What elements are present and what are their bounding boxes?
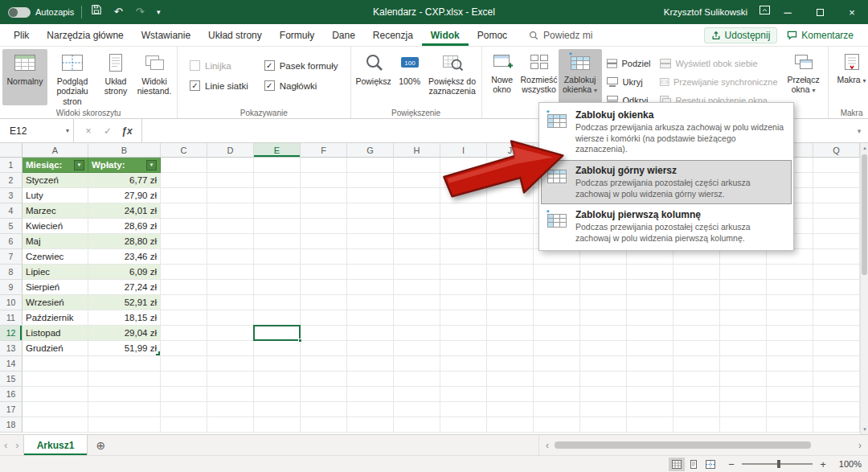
tell-me-box[interactable]: Powiedz mi — [529, 24, 592, 46]
tab-uklad-strony[interactable]: Układ strony — [199, 24, 271, 46]
select-all-corner[interactable] — [0, 143, 23, 158]
undo-icon[interactable]: ↶ — [111, 0, 125, 24]
gridlines-checkbox[interactable]: ✓ Linie siatki — [190, 80, 248, 91]
column-header-A[interactable]: A — [23, 143, 88, 158]
vertical-scroll-thumb[interactable] — [862, 154, 867, 275]
cell-I17[interactable] — [440, 402, 487, 417]
cell-J7[interactable] — [487, 249, 534, 265]
cell-E1[interactable] — [254, 158, 301, 173]
cell-C3[interactable] — [161, 188, 207, 203]
freeze-menu-item-2[interactable]: *Zablokuj górny wierszPodczas przewijani… — [541, 160, 792, 204]
cell-K8[interactable] — [534, 265, 580, 280]
cell-N17[interactable] — [674, 402, 720, 417]
cell-C1[interactable] — [161, 158, 207, 173]
cell-H7[interactable] — [394, 249, 440, 265]
cell-B1[interactable]: Wpłaty:▼ — [88, 158, 161, 173]
cell-B18[interactable] — [88, 417, 161, 433]
cell-O12[interactable] — [720, 326, 767, 341]
cell-J18[interactable] — [487, 417, 534, 433]
scroll-up-icon[interactable]: ▴ — [861, 145, 868, 151]
cell-G4[interactable] — [347, 203, 394, 219]
cell-H12[interactable] — [394, 326, 440, 341]
cell-M18[interactable] — [627, 417, 674, 433]
cell-Q18[interactable] — [813, 417, 860, 433]
cell-H6[interactable] — [394, 234, 440, 249]
cell-P11[interactable] — [767, 310, 813, 326]
tab-widok[interactable]: Widok — [422, 24, 469, 46]
cell-L13[interactable] — [580, 341, 627, 356]
formula-bar-checkbox[interactable]: ✓ Pasek formuły — [264, 60, 338, 71]
cell-E4[interactable] — [254, 203, 301, 219]
cell-I13[interactable] — [440, 341, 487, 356]
status-page-break-icon[interactable] — [702, 458, 719, 471]
cell-C17[interactable] — [161, 402, 207, 417]
cell-L10[interactable] — [580, 295, 627, 310]
cell-A12[interactable]: Listopad — [23, 326, 88, 341]
cell-Q1[interactable] — [813, 158, 860, 173]
cell-J16[interactable] — [487, 387, 534, 402]
cell-K14[interactable] — [534, 356, 580, 371]
name-box[interactable]: E12 ▾ — [0, 119, 74, 142]
save-icon[interactable] — [89, 0, 104, 24]
cell-G14[interactable] — [347, 356, 394, 371]
split-button[interactable]: Podziel — [602, 55, 655, 72]
cell-G9[interactable] — [347, 280, 394, 295]
cell-O16[interactable] — [720, 387, 767, 402]
cell-L15[interactable] — [580, 371, 627, 387]
cell-F4[interactable] — [301, 203, 347, 219]
cell-C14[interactable] — [161, 356, 207, 371]
cell-I6[interactable] — [440, 234, 487, 249]
cell-A9[interactable]: Sierpień — [23, 280, 88, 295]
cell-O13[interactable] — [720, 341, 767, 356]
page-break-preview-button[interactable]: Podgląd podziału stron — [47, 49, 97, 105]
cell-Q13[interactable] — [813, 341, 860, 356]
cell-Q17[interactable] — [813, 402, 860, 417]
cell-Q16[interactable] — [813, 387, 860, 402]
cell-F15[interactable] — [301, 371, 347, 387]
cell-O15[interactable] — [720, 371, 767, 387]
ribbon-display-options-icon[interactable] — [757, 0, 772, 24]
cell-F11[interactable] — [301, 310, 347, 326]
status-normal-view-icon[interactable] — [669, 458, 685, 471]
cell-B16[interactable] — [88, 387, 161, 402]
cell-O7[interactable] — [720, 249, 767, 265]
row-header-12[interactable]: 12 — [0, 326, 23, 341]
cell-I16[interactable] — [440, 387, 487, 402]
cell-P10[interactable] — [767, 295, 813, 310]
cell-J11[interactable] — [487, 310, 534, 326]
cell-G6[interactable] — [347, 234, 394, 249]
cell-G3[interactable] — [347, 188, 394, 203]
tab-dane[interactable]: Dane — [323, 24, 364, 46]
cell-E5[interactable] — [254, 219, 301, 234]
cell-F3[interactable] — [301, 188, 347, 203]
cell-Q15[interactable] — [813, 371, 860, 387]
cell-N14[interactable] — [674, 356, 720, 371]
tab-formuly[interactable]: Formuły — [271, 24, 323, 46]
insert-function-icon[interactable]: ƒx — [117, 125, 137, 137]
row-header-15[interactable]: 15 — [0, 371, 23, 387]
cell-N12[interactable] — [674, 326, 720, 341]
hide-button[interactable]: Ukryj — [602, 74, 655, 90]
cell-J15[interactable] — [487, 371, 534, 387]
cell-D12[interactable] — [207, 326, 254, 341]
cell-O18[interactable] — [720, 417, 767, 433]
row-header-5[interactable]: 5 — [0, 219, 23, 234]
cell-B14[interactable] — [88, 356, 161, 371]
vertical-scrollbar[interactable]: ▴ ▾ — [860, 143, 868, 434]
zoom-to-selection-button[interactable]: Powiększ do zaznaczenia — [426, 49, 479, 105]
zoom-in-icon[interactable]: + — [818, 458, 828, 470]
cell-N13[interactable] — [674, 341, 720, 356]
cell-F17[interactable] — [301, 402, 347, 417]
cell-C6[interactable] — [161, 234, 207, 249]
cell-Q3[interactable] — [813, 188, 860, 203]
hscroll-left-icon[interactable]: ‹ — [542, 440, 552, 451]
cell-E9[interactable] — [254, 280, 301, 295]
close-button[interactable]: × — [836, 0, 868, 24]
sheet-nav-right-icon[interactable]: › — [11, 435, 23, 455]
quick-access-chevron-icon[interactable]: ▾ — [154, 0, 162, 24]
confirm-entry-icon[interactable]: ✓ — [98, 125, 117, 137]
status-page-layout-icon[interactable] — [686, 458, 702, 471]
cell-P18[interactable] — [767, 417, 813, 433]
cell-B9[interactable]: 27,24 zł — [88, 280, 161, 295]
cell-B13[interactable]: 51,99 zł — [88, 341, 161, 356]
